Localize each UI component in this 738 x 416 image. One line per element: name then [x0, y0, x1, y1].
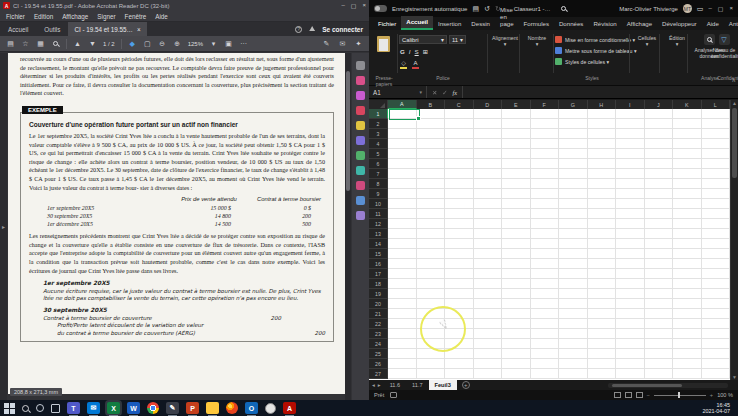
- cell-a9[interactable]: [388, 189, 417, 199]
- cell-k3[interactable]: [673, 129, 702, 139]
- cell-e23[interactable]: [502, 329, 531, 339]
- redo-icon[interactable]: ↻: [495, 5, 501, 13]
- cell-g24[interactable]: [559, 339, 588, 349]
- zoom-slider[interactable]: [654, 395, 706, 396]
- cell-d14[interactable]: [474, 239, 503, 249]
- combine-files-tool-icon[interactable]: [356, 136, 365, 145]
- cell-j13[interactable]: [645, 229, 674, 239]
- cell-i15[interactable]: [616, 249, 645, 259]
- cell-b6[interactable]: [417, 159, 446, 169]
- cell-e15[interactable]: [502, 249, 531, 259]
- cell-e24[interactable]: [502, 339, 531, 349]
- cell-c11[interactable]: [445, 209, 474, 219]
- cell-h19[interactable]: [588, 289, 617, 299]
- acrobat-minimize-button[interactable]: –: [341, 2, 344, 9]
- cell-f16[interactable]: [531, 259, 560, 269]
- sheet-tab-11-6[interactable]: 11.6: [384, 380, 406, 390]
- cell-b27[interactable]: [417, 369, 446, 379]
- cell-a20[interactable]: [388, 299, 417, 309]
- compress-pdf-tool-icon[interactable]: [356, 166, 365, 175]
- row-header-24[interactable]: 24: [369, 339, 388, 349]
- page-break-view-icon[interactable]: [636, 392, 643, 398]
- cell-k4[interactable]: [673, 139, 702, 149]
- sensitivity-button[interactable]: ▽ Niveau de confidentialité: [711, 34, 737, 59]
- row-header-6[interactable]: 6: [369, 159, 388, 169]
- cell-l13[interactable]: [702, 229, 730, 239]
- cell-j17[interactable]: [645, 269, 674, 279]
- zoom-out-icon[interactable]: ⊖: [158, 40, 167, 48]
- cell-g9[interactable]: [559, 189, 588, 199]
- previous-sheet-icon[interactable]: ◂: [372, 382, 375, 388]
- menu-aide[interactable]: Aide: [155, 13, 168, 20]
- cell-e18[interactable]: [502, 279, 531, 289]
- cell-d1[interactable]: [474, 109, 503, 119]
- cell-l7[interactable]: [702, 169, 730, 179]
- cell-e3[interactable]: [502, 129, 531, 139]
- normal-view-icon[interactable]: [614, 392, 621, 398]
- cell-a6[interactable]: [388, 159, 417, 169]
- mise-en-forme-conditionnelle-button[interactable]: Mise en forme conditionnelle ▾: [555, 34, 637, 45]
- share-email-icon[interactable]: ✉: [338, 40, 347, 48]
- cell-i23[interactable]: [616, 329, 645, 339]
- cell-a19[interactable]: [388, 289, 417, 299]
- cell-l17[interactable]: [702, 269, 730, 279]
- excel-minimize-button[interactable]: –: [708, 5, 711, 12]
- column-header-k[interactable]: K: [673, 100, 702, 109]
- cancel-entry-icon[interactable]: ✕: [432, 89, 437, 96]
- cell-k14[interactable]: [673, 239, 702, 249]
- cell-l2[interactable]: [702, 119, 730, 129]
- previous-page-icon[interactable]: ▲: [73, 40, 82, 47]
- pdf-vertical-scrollbar[interactable]: [345, 53, 351, 400]
- fit-width-icon[interactable]: ▣: [224, 40, 233, 48]
- cell-b4[interactable]: [417, 139, 446, 149]
- cell-g12[interactable]: [559, 219, 588, 229]
- sheet-tab-feuil3[interactable]: Feuil3: [429, 380, 457, 390]
- more-tools-icon[interactable]: [356, 211, 365, 220]
- cell-l27[interactable]: [702, 369, 730, 379]
- cell-f25[interactable]: [531, 349, 560, 359]
- excel-taskbar-icon[interactable]: X: [107, 402, 120, 414]
- cell-k21[interactable]: [673, 309, 702, 319]
- cell-i5[interactable]: [616, 149, 645, 159]
- cell-c14[interactable]: [445, 239, 474, 249]
- cell-d6[interactable]: [474, 159, 503, 169]
- cell-g18[interactable]: [559, 279, 588, 289]
- cell-d25[interactable]: [474, 349, 503, 359]
- cell-a24[interactable]: [388, 339, 417, 349]
- expand-nav-pane-icon[interactable]: ▸: [2, 223, 5, 230]
- select-tool-icon[interactable]: ◆: [128, 40, 137, 48]
- cell-f27[interactable]: [531, 369, 560, 379]
- cell-l6[interactable]: [702, 159, 730, 169]
- cell-f23[interactable]: [531, 329, 560, 339]
- cell-e12[interactable]: [502, 219, 531, 229]
- cell-j4[interactable]: [645, 139, 674, 149]
- column-header-f[interactable]: F: [531, 100, 560, 109]
- cell-b1[interactable]: [417, 109, 446, 119]
- cell-h15[interactable]: [588, 249, 617, 259]
- cell-j26[interactable]: [645, 359, 674, 369]
- cell-b11[interactable]: [417, 209, 446, 219]
- document-tab[interactable]: CI - 19.54 et 19.55… ×: [68, 22, 146, 36]
- cell-k25[interactable]: [673, 349, 702, 359]
- cell-b24[interactable]: [417, 339, 446, 349]
- cell-e13[interactable]: [502, 229, 531, 239]
- cell-k27[interactable]: [673, 369, 702, 379]
- cell-i17[interactable]: [616, 269, 645, 279]
- search-icon[interactable]: [561, 6, 566, 11]
- next-sheet-icon[interactable]: ▸: [378, 382, 381, 388]
- page-indicator[interactable]: 1 / 2: [103, 41, 115, 47]
- cell-b3[interactable]: [417, 129, 446, 139]
- cell-f6[interactable]: [531, 159, 560, 169]
- cell-d13[interactable]: [474, 229, 503, 239]
- column-header-h[interactable]: H: [588, 100, 617, 109]
- zoom-level[interactable]: 125%: [188, 41, 203, 47]
- cell-i20[interactable]: [616, 299, 645, 309]
- ribbon-tab-dessin[interactable]: Dessin: [466, 18, 495, 30]
- send-review-tool-icon[interactable]: [356, 196, 365, 205]
- cell-h26[interactable]: [588, 359, 617, 369]
- cell-i8[interactable]: [616, 179, 645, 189]
- ribbon-tab-r-vision[interactable]: Révision: [588, 18, 621, 30]
- cell-c18[interactable]: [445, 279, 474, 289]
- cell-b13[interactable]: [417, 229, 446, 239]
- cell-a26[interactable]: [388, 359, 417, 369]
